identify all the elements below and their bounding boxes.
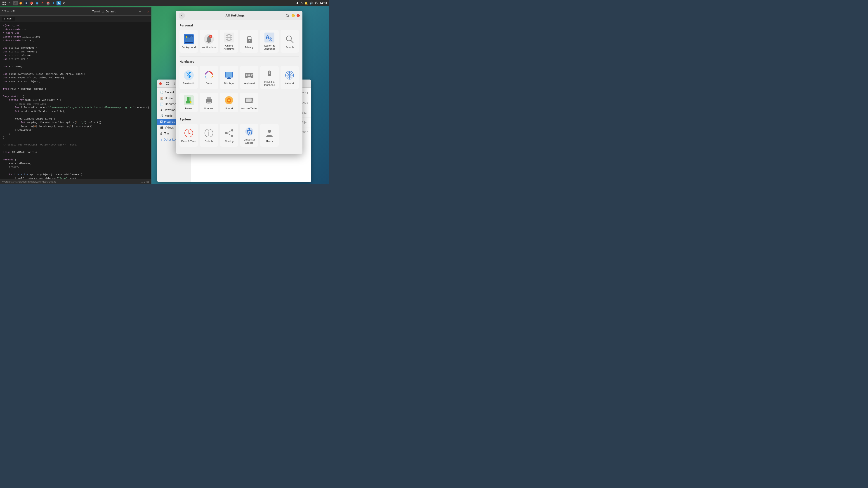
code-line-21: static ref WORD_LIST: Vec<Pair> = {	[3, 98, 149, 102]
panel-left: 🗂 ⬛ S F 📅 ⬇ A ⚙	[2, 1, 66, 5]
panel-font-icon[interactable]: A	[57, 1, 61, 5]
terminal-add-tab[interactable]: +	[7, 10, 9, 13]
code-line-23: let file = File::open("/home/umoore/proj…	[3, 106, 149, 109]
settings-item-online-accounts[interactable]: Online Accounts	[220, 30, 238, 53]
terminal-maximize[interactable]: □	[143, 10, 145, 13]
terminal-close[interactable]: ✕	[147, 10, 149, 13]
panel-download-icon[interactable]: ⬇	[51, 1, 56, 5]
code-line-6	[3, 42, 149, 46]
panel-opera-icon[interactable]	[29, 1, 34, 5]
settings-item-users[interactable]: Users	[260, 124, 278, 147]
svg-line-89	[227, 131, 231, 133]
code-line-9: use std::io::Cursor;	[3, 54, 149, 57]
settings-item-region[interactable]: A 文 Region & Language	[260, 30, 278, 53]
mouse-touchpad-label: Mouse & Touchpad	[261, 80, 278, 87]
settings-item-notifications[interactable]: ! Notifications	[199, 30, 218, 53]
sharing-icon	[223, 128, 235, 138]
settings-item-color[interactable]: Color	[199, 66, 218, 89]
settings-item-power[interactable]: Power	[180, 93, 198, 112]
settings-item-privacy[interactable]: Privacy	[240, 30, 258, 53]
settings-item-mouse[interactable]: Mouse & Touchpad	[260, 66, 278, 89]
svg-rect-47	[252, 74, 253, 74]
code-line-24: let reader = BufReader::new(file);	[3, 109, 149, 113]
search-label: Search	[285, 46, 293, 49]
settings-item-search[interactable]: Search	[281, 30, 299, 53]
background-label: Background	[182, 46, 196, 49]
settings-item-universal-access[interactable]: Universal Access	[240, 124, 258, 147]
code-line-14: use ruru::{AnyObject, Class, RString, VM…	[3, 72, 149, 76]
settings-item-sound[interactable]: Sound	[220, 93, 238, 112]
svg-line-90	[227, 133, 231, 135]
fm-grid-view-button[interactable]	[164, 80, 170, 87]
settings-minimize[interactable]	[291, 14, 295, 17]
svg-point-10	[286, 14, 288, 17]
svg-rect-48	[246, 75, 247, 76]
grid-menu-icon[interactable]	[2, 1, 6, 5]
svg-point-6	[30, 2, 33, 4]
panel-settings-icon[interactable]: ⚙	[62, 1, 66, 5]
terminal-tab-bar: 1: nvim	[0, 15, 151, 22]
svg-point-17	[208, 41, 210, 43]
users-label: Users	[266, 140, 273, 143]
settings-item-datetime[interactable]: Date & Time	[180, 124, 198, 147]
fm-close-button[interactable]	[159, 82, 162, 85]
code-line-16: use ruru::traits::Object;	[3, 80, 149, 84]
svg-rect-96	[166, 84, 167, 85]
color-label: Color	[206, 82, 212, 85]
fm-pictures-icon: 🖼	[160, 120, 163, 123]
svg-point-9	[36, 2, 38, 4]
svg-point-65	[190, 101, 191, 103]
code-line-1: #[macro_use]	[3, 24, 149, 28]
details-icon	[204, 128, 214, 138]
svg-line-11	[288, 16, 289, 17]
panel-apps: 🗂 ⬛ S F 📅 ⬇ A ⚙	[8, 1, 66, 5]
panel-calendar-icon[interactable]: 📅	[46, 1, 50, 5]
settings-item-background[interactable]: Background	[180, 30, 198, 53]
svg-rect-97	[167, 84, 169, 85]
svg-text:!: !	[210, 36, 211, 38]
panel-firefox2-icon[interactable]	[35, 1, 39, 5]
svg-rect-14	[185, 42, 193, 43]
terminal-minimize[interactable]: ─	[139, 10, 141, 13]
settings-separator-1	[180, 56, 299, 57]
svg-text:文: 文	[269, 37, 273, 41]
settings-item-network[interactable]: Network	[281, 66, 299, 89]
panel-steam-icon[interactable]: S	[24, 1, 29, 5]
code-line-35: class!(RustMiddleware);	[3, 151, 149, 154]
terminal-tab-active[interactable]: 1: nvim	[2, 17, 15, 21]
settings-item-printers[interactable]: Printers	[199, 93, 218, 112]
code-line-11	[3, 61, 149, 65]
search-icon	[284, 34, 295, 44]
panel-files-icon[interactable]: 🗂	[8, 1, 12, 5]
terminal-content[interactable]: #[macro_use] extern crate ruru; #[macro_…	[0, 22, 151, 179]
svg-rect-0	[2, 2, 4, 3]
privacy-icon	[244, 34, 255, 44]
code-line-37: methods!(	[3, 158, 149, 162]
settings-item-displays[interactable]: Displays	[220, 66, 238, 89]
panel-terminal-icon[interactable]: ⬛	[13, 1, 18, 5]
background-icon	[183, 34, 194, 44]
code-line-18: type Pair = (String, String);	[3, 87, 149, 91]
wacom-tablet-label: Wacom Tablet	[241, 107, 257, 110]
settings-item-sharing[interactable]: Sharing	[220, 124, 238, 147]
panel-app-icon[interactable]: F	[40, 1, 45, 5]
settings-item-wacom[interactable]: Wacom Tablet	[240, 93, 258, 112]
terminal-preferences[interactable]: ☰	[12, 10, 15, 13]
keyboard-label: Keyboard	[244, 82, 255, 85]
settings-back-button[interactable]	[179, 12, 185, 19]
settings-close[interactable]	[297, 14, 300, 17]
svg-rect-43	[246, 74, 247, 74]
settings-search-icon[interactable]	[285, 13, 290, 18]
svg-rect-62	[187, 97, 189, 101]
settings-item-bluetooth[interactable]: Bluetooth	[180, 66, 198, 89]
settings-item-details[interactable]: Details	[199, 124, 218, 147]
fm-trash-label: Trash	[164, 132, 171, 135]
notifications-icon: !	[204, 34, 214, 44]
settings-item-keyboard[interactable]: Keyboard	[240, 66, 258, 89]
code-line-42: itself.instance_variable_set("@app", app…	[3, 177, 149, 180]
terminal-detach[interactable]: ⧉	[10, 10, 11, 13]
panel-firefox-icon[interactable]	[19, 1, 23, 5]
svg-rect-94	[166, 82, 167, 84]
svg-rect-69	[208, 102, 210, 103]
svg-point-37	[207, 74, 211, 77]
